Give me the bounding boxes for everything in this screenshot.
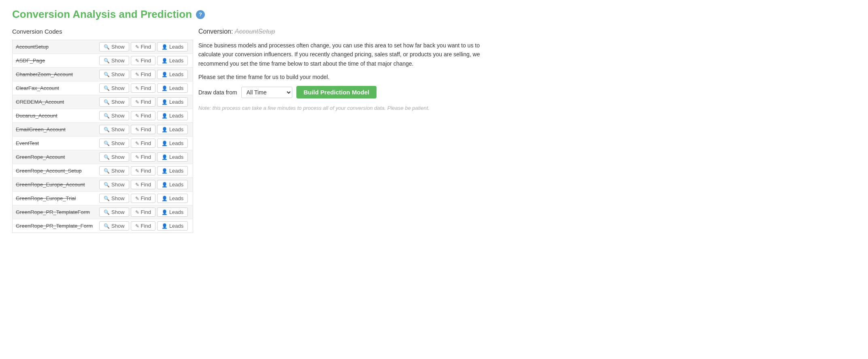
table-row: GreenRope_PR_TemplateForm🔍 Show✎ Find👤 L… — [13, 205, 193, 219]
code-name: Ducarus_Account — [13, 109, 96, 123]
action-buttons: 🔍 Show✎ Find👤 Leads — [96, 150, 193, 164]
search-icon: 🔍 — [104, 196, 110, 201]
person-icon: 👤 — [162, 58, 168, 64]
show-button[interactable]: 🔍 Show — [99, 56, 129, 65]
leads-button[interactable]: 👤 Leads — [157, 125, 188, 134]
action-buttons: 🔍 Show✎ Find👤 Leads — [96, 109, 193, 123]
leads-button[interactable]: 👤 Leads — [157, 207, 188, 217]
pencil-icon: ✎ — [135, 223, 139, 229]
find-button[interactable]: ✎ Find — [131, 152, 155, 162]
show-button[interactable]: 🔍 Show — [99, 97, 129, 107]
person-icon: 👤 — [162, 127, 168, 132]
leads-button[interactable]: 👤 Leads — [157, 194, 188, 203]
code-name: GreenRope_PR_TemplateForm — [13, 205, 96, 219]
find-button[interactable]: ✎ Find — [131, 139, 155, 148]
find-button[interactable]: ✎ Find — [131, 42, 155, 51]
draw-row: Draw data from All TimeLast 30 DaysLast … — [198, 86, 856, 98]
table-row: GreenRope_Account_Setup🔍 Show✎ Find👤 Lea… — [13, 164, 193, 178]
find-button[interactable]: ✎ Find — [131, 83, 155, 93]
time-select[interactable]: All TimeLast 30 DaysLast 60 DaysLast 90 … — [241, 87, 292, 98]
action-buttons: 🔍 Show✎ Find👤 Leads — [96, 219, 193, 233]
show-button[interactable]: 🔍 Show — [99, 180, 129, 189]
table-row: GreenRope_PR_Template_Form🔍 Show✎ Find👤 … — [13, 219, 193, 233]
leads-button[interactable]: 👤 Leads — [157, 180, 188, 189]
leads-button[interactable]: 👤 Leads — [157, 152, 188, 162]
find-button[interactable]: ✎ Find — [131, 221, 155, 231]
show-button[interactable]: 🔍 Show — [99, 152, 129, 162]
action-buttons: 🔍 Show✎ Find👤 Leads — [96, 123, 193, 137]
build-prediction-button[interactable]: Build Prediction Model — [296, 86, 377, 98]
leads-button[interactable]: 👤 Leads — [157, 83, 188, 93]
show-button[interactable]: 🔍 Show — [99, 111, 129, 120]
pencil-icon: ✎ — [135, 168, 139, 174]
help-icon[interactable]: ? — [196, 10, 205, 19]
search-icon: 🔍 — [104, 168, 110, 174]
leads-button[interactable]: 👤 Leads — [157, 111, 188, 120]
show-button[interactable]: 🔍 Show — [99, 194, 129, 203]
search-icon: 🔍 — [104, 141, 110, 146]
search-icon: 🔍 — [104, 44, 110, 50]
set-frame-text: Please set the time frame for us to buil… — [198, 74, 856, 80]
description-text: Since business models and processes ofte… — [198, 41, 482, 68]
code-name: ClearFax_Account — [13, 81, 96, 95]
pencil-icon: ✎ — [135, 209, 139, 215]
show-button[interactable]: 🔍 Show — [99, 139, 129, 148]
left-panel: Conversion Codes AccountSetup🔍 Show✎ Fin… — [12, 28, 182, 233]
table-row: AccountSetup🔍 Show✎ Find👤 Leads — [13, 40, 193, 54]
find-button[interactable]: ✎ Find — [131, 194, 155, 203]
note-text: Note: this process can take a few minute… — [198, 104, 441, 112]
conversion-codes-heading: Conversion Codes — [12, 28, 182, 35]
show-button[interactable]: 🔍 Show — [99, 221, 129, 231]
search-icon: 🔍 — [104, 209, 110, 215]
action-buttons: 🔍 Show✎ Find👤 Leads — [96, 192, 193, 205]
show-button[interactable]: 🔍 Show — [99, 83, 129, 93]
table-row: Ducarus_Account🔍 Show✎ Find👤 Leads — [13, 109, 193, 123]
pencil-icon: ✎ — [135, 58, 139, 64]
find-button[interactable]: ✎ Find — [131, 125, 155, 134]
find-button[interactable]: ✎ Find — [131, 207, 155, 217]
person-icon: 👤 — [162, 72, 168, 77]
find-button[interactable]: ✎ Find — [131, 70, 155, 79]
leads-button[interactable]: 👤 Leads — [157, 221, 188, 231]
leads-button[interactable]: 👤 Leads — [157, 42, 188, 51]
show-button[interactable]: 🔍 Show — [99, 125, 129, 134]
show-button[interactable]: 🔍 Show — [99, 70, 129, 79]
table-row: ClearFax_Account🔍 Show✎ Find👤 Leads — [13, 81, 193, 95]
search-icon: 🔍 — [104, 182, 110, 188]
code-name: GreenRope_PR_Template_Form — [13, 219, 96, 233]
search-icon: 🔍 — [104, 72, 110, 77]
action-buttons: 🔍 Show✎ Find👤 Leads — [96, 54, 193, 68]
show-button[interactable]: 🔍 Show — [99, 42, 129, 51]
action-buttons: 🔍 Show✎ Find👤 Leads — [96, 205, 193, 219]
leads-button[interactable]: 👤 Leads — [157, 56, 188, 65]
code-name: GreenRope_Account_Setup — [13, 164, 96, 178]
leads-button[interactable]: 👤 Leads — [157, 166, 188, 175]
leads-button[interactable]: 👤 Leads — [157, 70, 188, 79]
main-layout: Conversion Codes AccountSetup🔍 Show✎ Fin… — [12, 28, 856, 233]
table-row: EmailGreen_Account🔍 Show✎ Find👤 Leads — [13, 123, 193, 137]
action-buttons: 🔍 Show✎ Find👤 Leads — [96, 137, 193, 150]
find-button[interactable]: ✎ Find — [131, 166, 155, 175]
leads-button[interactable]: 👤 Leads — [157, 97, 188, 107]
action-buttons: 🔍 Show✎ Find👤 Leads — [96, 164, 193, 178]
pencil-icon: ✎ — [135, 154, 139, 160]
table-row: EventTest🔍 Show✎ Find👤 Leads — [13, 137, 193, 150]
find-button[interactable]: ✎ Find — [131, 56, 155, 65]
table-row: GreenRope_Europe_Account🔍 Show✎ Find👤 Le… — [13, 178, 193, 192]
conversion-table: AccountSetup🔍 Show✎ Find👤 LeadsASDF_Page… — [12, 40, 193, 233]
find-button[interactable]: ✎ Find — [131, 97, 155, 107]
table-row: GreenRope_Account🔍 Show✎ Find👤 Leads — [13, 150, 193, 164]
pencil-icon: ✎ — [135, 44, 139, 50]
table-row: ASDF_Page🔍 Show✎ Find👤 Leads — [13, 54, 193, 68]
code-name: CREDEMA_Account — [13, 95, 96, 109]
find-button[interactable]: ✎ Find — [131, 111, 155, 120]
table-row: CREDEMA_Account🔍 Show✎ Find👤 Leads — [13, 95, 193, 109]
search-icon: 🔍 — [104, 127, 110, 132]
code-name: AccountSetup — [13, 40, 96, 54]
show-button[interactable]: 🔍 Show — [99, 166, 129, 175]
leads-button[interactable]: 👤 Leads — [157, 139, 188, 148]
table-row: ChamberZoom_Account🔍 Show✎ Find👤 Leads — [13, 68, 193, 81]
show-button[interactable]: 🔍 Show — [99, 207, 129, 217]
find-button[interactable]: ✎ Find — [131, 180, 155, 189]
conversion-label: Conversion: — [198, 28, 233, 35]
